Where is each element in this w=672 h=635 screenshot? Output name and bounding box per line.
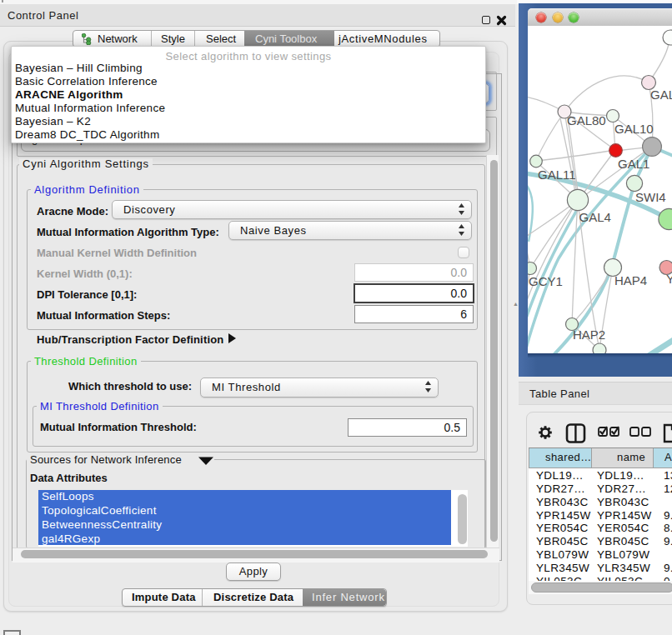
svg-text:HAP4: HAP4 bbox=[614, 273, 647, 288]
svg-text:GCY1: GCY1 bbox=[529, 274, 563, 288]
svg-text:HAP2: HAP2 bbox=[573, 328, 605, 342]
svg-text:Y: Y bbox=[666, 272, 672, 286]
svg-text:GAL11: GAL11 bbox=[538, 168, 576, 182]
svg-text:GAL7: GAL7 bbox=[650, 88, 672, 102]
svg-text:GAL1: GAL1 bbox=[618, 157, 649, 171]
svg-text:GAL4: GAL4 bbox=[579, 210, 611, 224]
svg-text:SWI4: SWI4 bbox=[635, 190, 666, 204]
svg-text:GAL80: GAL80 bbox=[567, 113, 606, 128]
svg-text:GAL10: GAL10 bbox=[614, 122, 654, 136]
